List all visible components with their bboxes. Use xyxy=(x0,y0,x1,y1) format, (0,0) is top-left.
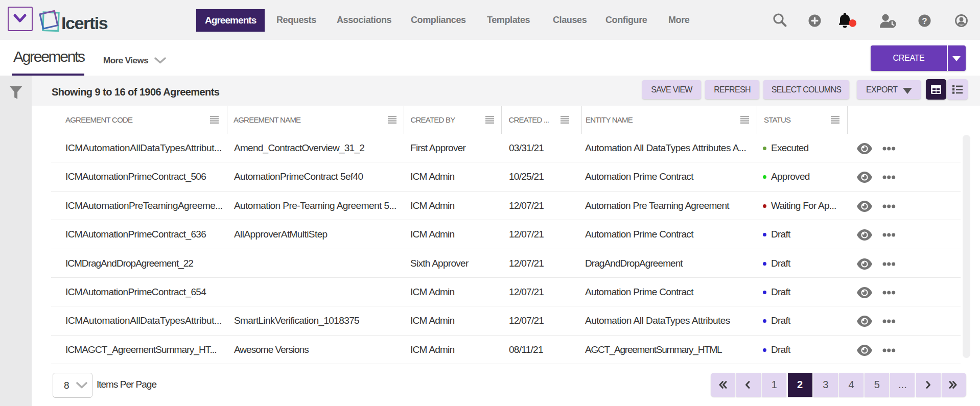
svg-text:?: ? xyxy=(922,16,927,26)
svg-text:Icertis: Icertis xyxy=(61,13,108,33)
